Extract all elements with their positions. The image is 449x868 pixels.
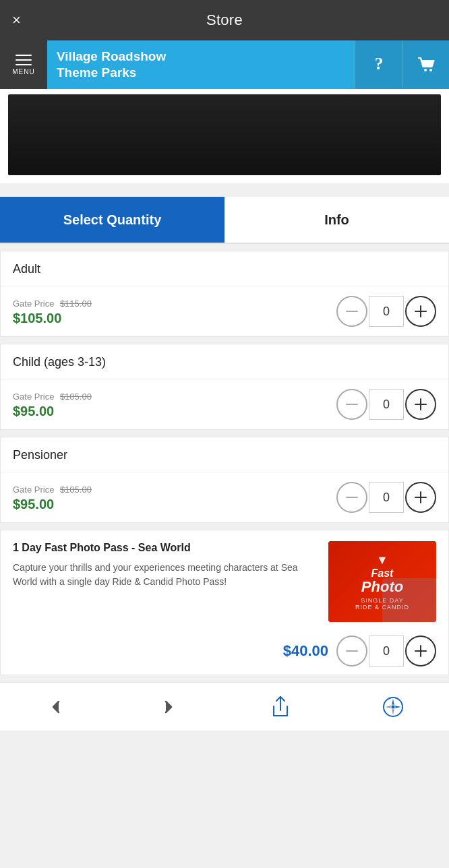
addon-increment-button[interactable] bbox=[405, 636, 436, 666]
menu-button[interactable]: MENU bbox=[0, 40, 47, 89]
adult-original-price: $115.00 bbox=[60, 299, 92, 309]
adult-quantity-control: 0 bbox=[336, 296, 436, 327]
ticket-pensioner: Pensioner Gate Price $105.00 $95.00 0 bbox=[0, 437, 449, 523]
ticket-adult-label: Adult bbox=[1, 251, 448, 286]
help-button[interactable]: ? bbox=[355, 40, 402, 89]
child-decrement-button[interactable] bbox=[336, 389, 367, 420]
addon-card-body: 1 Day Fast Photo Pass - Sea World Captur… bbox=[1, 530, 448, 630]
child-gate-label: Gate Price bbox=[13, 392, 54, 402]
adult-increment-button[interactable] bbox=[405, 296, 436, 327]
close-button[interactable]: × bbox=[12, 11, 21, 29]
hero-area bbox=[0, 89, 449, 183]
addon-card: 1 Day Fast Photo Pass - Sea World Captur… bbox=[0, 530, 449, 675]
store-title: Store bbox=[206, 11, 243, 29]
svg-text:?: ? bbox=[374, 55, 383, 73]
adult-decrement-button[interactable] bbox=[336, 296, 367, 327]
addon-decrement-button[interactable] bbox=[336, 636, 367, 666]
share-button[interactable] bbox=[260, 687, 301, 727]
bottom-nav bbox=[0, 682, 449, 731]
svg-point-1 bbox=[424, 69, 427, 71]
characters-illustration bbox=[382, 578, 436, 622]
ticket-adult-price-row: Gate Price $115.00 $105.00 0 bbox=[1, 286, 448, 336]
compass-button[interactable] bbox=[373, 687, 413, 727]
ticket-child: Child (ages 3-13) Gate Price $105.00 $95… bbox=[0, 344, 449, 430]
ticket-adult-price-info: Gate Price $115.00 $105.00 bbox=[13, 297, 336, 326]
logo-fast: Fast bbox=[355, 567, 409, 580]
ticket-pensioner-price-info: Gate Price $105.00 $95.00 bbox=[13, 483, 336, 512]
child-quantity-value: 0 bbox=[369, 389, 404, 420]
ticket-adult: Adult Gate Price $115.00 $105.00 0 bbox=[0, 251, 449, 337]
ticket-pensioner-price-row: Gate Price $105.00 $95.00 0 bbox=[1, 472, 448, 522]
svg-marker-17 bbox=[392, 699, 394, 706]
tab-select-quantity[interactable]: Select Quantity bbox=[0, 197, 224, 243]
svg-rect-12 bbox=[346, 650, 358, 652]
adult-quantity-value: 0 bbox=[369, 296, 404, 327]
ticket-pensioner-label: Pensioner bbox=[1, 437, 448, 472]
pensioner-current-price: $95.00 bbox=[13, 497, 336, 512]
hamburger-icon bbox=[16, 55, 32, 65]
back-button[interactable] bbox=[36, 687, 76, 727]
addon-info: 1 Day Fast Photo Pass - Sea World Captur… bbox=[13, 541, 319, 622]
child-original-price: $105.00 bbox=[60, 392, 92, 402]
cart-button[interactable] bbox=[402, 40, 449, 89]
addon-thumbnail: ▼ Fast Photo SINGLE DAYRIDE & CANDID bbox=[328, 541, 436, 622]
addon-title: 1 Day Fast Photo Pass - Sea World bbox=[13, 541, 319, 555]
pensioner-quantity-value: 0 bbox=[369, 482, 404, 513]
svg-rect-3 bbox=[346, 311, 358, 312]
addon-quantity-value: 0 bbox=[369, 636, 404, 666]
svg-point-2 bbox=[429, 69, 432, 71]
svg-rect-14 bbox=[415, 650, 427, 652]
adult-gate-label: Gate Price bbox=[13, 299, 54, 309]
svg-point-16 bbox=[391, 705, 394, 708]
pensioner-decrement-button[interactable] bbox=[336, 482, 367, 513]
nav-icons: ? bbox=[355, 40, 449, 89]
svg-rect-6 bbox=[346, 404, 358, 405]
tabs-container: Select Quantity Info bbox=[0, 197, 449, 244]
svg-marker-18 bbox=[392, 708, 394, 715]
tab-info[interactable]: Info bbox=[224, 197, 449, 243]
addon-thumb-inner: ▼ Fast Photo SINGLE DAYRIDE & CANDID bbox=[328, 541, 436, 622]
addon-quantity-control: 0 bbox=[336, 636, 436, 666]
nav-bar: MENU Village Roadshow Theme Parks ? bbox=[0, 40, 449, 89]
child-increment-button[interactable] bbox=[405, 389, 436, 420]
ticket-child-label: Child (ages 3-13) bbox=[1, 344, 448, 379]
forward-button[interactable] bbox=[148, 687, 189, 727]
ticket-child-price-info: Gate Price $105.00 $95.00 bbox=[13, 390, 336, 419]
svg-rect-8 bbox=[415, 404, 427, 405]
top-bar: × Store bbox=[0, 0, 449, 40]
addon-price-row: $40.00 0 bbox=[1, 630, 448, 675]
svg-rect-5 bbox=[415, 311, 427, 312]
pensioner-quantity-control: 0 bbox=[336, 482, 436, 513]
svg-marker-20 bbox=[394, 706, 401, 708]
svg-rect-9 bbox=[346, 497, 358, 498]
logo-chevron: ▼ bbox=[355, 553, 409, 567]
svg-rect-11 bbox=[415, 497, 427, 498]
svg-marker-19 bbox=[385, 706, 392, 708]
pensioner-gate-label: Gate Price bbox=[13, 485, 54, 495]
hero-image bbox=[8, 94, 441, 175]
addon-description: Capture your thrills and your experience… bbox=[13, 561, 319, 589]
adult-current-price: $105.00 bbox=[13, 311, 336, 326]
brand-name: Village Roadshow Theme Parks bbox=[47, 49, 355, 81]
addon-price: $40.00 bbox=[283, 642, 328, 660]
menu-label: MENU bbox=[12, 68, 34, 75]
ticket-child-price-row: Gate Price $105.00 $95.00 0 bbox=[1, 379, 448, 429]
child-current-price: $95.00 bbox=[13, 404, 336, 419]
pensioner-original-price: $105.00 bbox=[60, 485, 92, 495]
pensioner-increment-button[interactable] bbox=[405, 482, 436, 513]
child-quantity-control: 0 bbox=[336, 389, 436, 420]
